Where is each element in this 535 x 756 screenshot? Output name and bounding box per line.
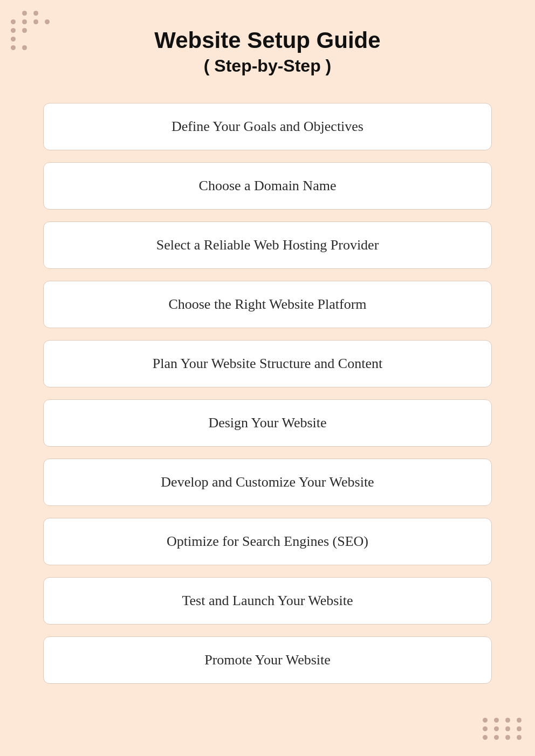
step-label-3: Select a Reliable Web Hosting Provider bbox=[65, 237, 470, 253]
step-label-4: Choose the Right Website Platform bbox=[65, 296, 470, 313]
step-card-2[interactable]: Choose a Domain Name bbox=[43, 162, 492, 210]
step-label-8: Optimize for Search Engines (SEO) bbox=[65, 533, 470, 550]
step-card-5[interactable]: Plan Your Website Structure and Content bbox=[43, 340, 492, 387]
step-label-5: Plan Your Website Structure and Content bbox=[65, 356, 470, 372]
page-wrapper: Website Setup Guide ( Step-by-Step ) Def… bbox=[0, 0, 535, 756]
step-card-3[interactable]: Select a Reliable Web Hosting Provider bbox=[43, 221, 492, 269]
step-label-7: Develop and Customize Your Website bbox=[65, 474, 470, 490]
page-title: Website Setup Guide bbox=[43, 27, 492, 54]
step-card-9[interactable]: Test and Launch Your Website bbox=[43, 577, 492, 625]
step-card-6[interactable]: Design Your Website bbox=[43, 399, 492, 447]
step-label-2: Choose a Domain Name bbox=[65, 178, 470, 194]
decorative-dots-top-left bbox=[11, 11, 52, 50]
step-label-9: Test and Launch Your Website bbox=[65, 593, 470, 609]
steps-list: Define Your Goals and ObjectivesChoose a… bbox=[43, 103, 492, 684]
step-card-4[interactable]: Choose the Right Website Platform bbox=[43, 281, 492, 328]
step-label-10: Promote Your Website bbox=[65, 652, 470, 668]
step-card-1[interactable]: Define Your Goals and Objectives bbox=[43, 103, 492, 150]
page-subtitle: ( Step-by-Step ) bbox=[43, 56, 492, 76]
step-label-1: Define Your Goals and Objectives bbox=[65, 119, 470, 135]
decorative-dots-bottom-right bbox=[483, 718, 524, 740]
step-card-8[interactable]: Optimize for Search Engines (SEO) bbox=[43, 518, 492, 565]
step-label-6: Design Your Website bbox=[65, 415, 470, 431]
page-header: Website Setup Guide ( Step-by-Step ) bbox=[43, 22, 492, 76]
step-card-10[interactable]: Promote Your Website bbox=[43, 636, 492, 684]
step-card-7[interactable]: Develop and Customize Your Website bbox=[43, 459, 492, 506]
